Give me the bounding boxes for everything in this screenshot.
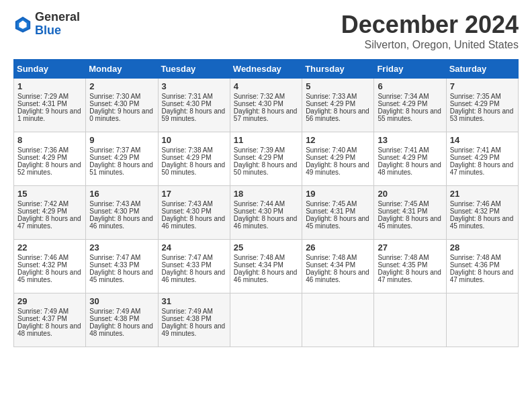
calendar-day-cell: 11Sunrise: 7:39 AMSunset: 4:29 PMDayligh… — [230, 132, 302, 186]
sunrise-text: Sunrise: 7:45 AM — [378, 200, 429, 208]
day-number: 11 — [234, 135, 298, 145]
sunset-text: Sunset: 4:30 PM — [234, 100, 283, 107]
calendar-day-cell: 15Sunrise: 7:42 AMSunset: 4:29 PMDayligh… — [14, 186, 86, 240]
sunset-text: Sunset: 4:31 PM — [378, 208, 427, 215]
calendar-body: 1Sunrise: 7:29 AMSunset: 4:31 PMDaylight… — [14, 79, 519, 347]
calendar-header-cell: Wednesday — [230, 60, 302, 79]
sunset-text: Sunset: 4:38 PM — [89, 315, 139, 322]
calendar-week-row: 29Sunrise: 7:49 AMSunset: 4:37 PMDayligh… — [14, 293, 519, 347]
sunrise-text: Sunrise: 7:39 AM — [234, 146, 285, 154]
sunrise-text: Sunrise: 7:34 AM — [378, 93, 429, 100]
header: General Blue December 2024 Silverton, Or… — [13, 11, 519, 51]
title-block: December 2024 Silverton, Oregon, United … — [341, 11, 519, 51]
day-number: 14 — [450, 135, 515, 145]
calendar-day-cell: 12Sunrise: 7:40 AMSunset: 4:29 PMDayligh… — [302, 132, 374, 186]
subtitle: Silverton, Oregon, United States — [341, 39, 519, 51]
calendar-header-cell: Saturday — [446, 60, 518, 79]
sunset-text: Sunset: 4:30 PM — [89, 208, 139, 215]
sunset-text: Sunset: 4:29 PM — [17, 208, 67, 215]
day-number: 24 — [162, 242, 226, 253]
daylight-text: Daylight: 8 hours and 45 minutes. — [17, 269, 81, 283]
sunrise-text: Sunrise: 7:43 AM — [162, 200, 213, 208]
daylight-text: Daylight: 8 hours and 47 minutes. — [378, 269, 441, 283]
calendar-day-cell: 20Sunrise: 7:45 AMSunset: 4:31 PMDayligh… — [374, 186, 446, 240]
calendar-day-cell: 25Sunrise: 7:48 AMSunset: 4:34 PMDayligh… — [230, 240, 302, 293]
calendar-header-row: SundayMondayTuesdayWednesdayThursdayFrid… — [14, 60, 519, 79]
day-number: 8 — [17, 135, 82, 145]
calendar-day-cell: 31Sunrise: 7:49 AMSunset: 4:38 PMDayligh… — [158, 293, 230, 347]
calendar-table: SundayMondayTuesdayWednesdayThursdayFrid… — [13, 59, 519, 347]
day-number: 23 — [89, 242, 154, 253]
sunrise-text: Sunrise: 7:49 AM — [89, 308, 140, 315]
day-number: 10 — [162, 135, 226, 145]
daylight-text: Daylight: 8 hours and 48 minutes. — [89, 322, 153, 337]
daylight-text: Daylight: 8 hours and 46 minutes. — [162, 215, 226, 230]
sunset-text: Sunset: 4:38 PM — [162, 315, 212, 322]
day-number: 2 — [89, 81, 154, 91]
daylight-text: Daylight: 9 hours and 1 minute. — [17, 107, 81, 122]
daylight-text: Daylight: 8 hours and 48 minutes. — [17, 322, 81, 337]
calendar-header-cell: Friday — [374, 60, 446, 79]
calendar-day-cell: 29Sunrise: 7:49 AMSunset: 4:37 PMDayligh… — [14, 293, 86, 347]
sunrise-text: Sunrise: 7:33 AM — [306, 93, 357, 100]
calendar-day-cell: 28Sunrise: 7:48 AMSunset: 4:36 PMDayligh… — [446, 240, 518, 293]
sunrise-text: Sunrise: 7:48 AM — [378, 254, 429, 261]
sunrise-text: Sunrise: 7:48 AM — [450, 254, 501, 261]
logo: General Blue — [13, 11, 80, 38]
calendar-day-cell: 23Sunrise: 7:47 AMSunset: 4:33 PMDayligh… — [86, 240, 158, 293]
sunset-text: Sunset: 4:36 PM — [450, 261, 500, 269]
calendar-day-cell: 21Sunrise: 7:46 AMSunset: 4:32 PMDayligh… — [446, 186, 518, 240]
sunset-text: Sunset: 4:31 PM — [17, 100, 67, 107]
calendar-day-cell: 1Sunrise: 7:29 AMSunset: 4:31 PMDaylight… — [14, 79, 86, 132]
daylight-text: Daylight: 8 hours and 47 minutes. — [450, 269, 514, 283]
calendar-day-cell — [302, 293, 374, 347]
sunrise-text: Sunrise: 7:37 AM — [89, 146, 140, 154]
daylight-text: Daylight: 8 hours and 56 minutes. — [306, 107, 369, 122]
sunset-text: Sunset: 4:29 PM — [162, 154, 212, 161]
daylight-text: Daylight: 8 hours and 59 minutes. — [162, 107, 226, 122]
calendar-day-cell — [446, 293, 518, 347]
daylight-text: Daylight: 8 hours and 49 minutes. — [306, 161, 369, 176]
sunrise-text: Sunrise: 7:38 AM — [162, 146, 213, 154]
sunset-text: Sunset: 4:33 PM — [89, 261, 139, 269]
daylight-text: Daylight: 8 hours and 55 minutes. — [378, 107, 441, 122]
day-number: 18 — [234, 189, 298, 199]
day-number: 12 — [306, 135, 370, 145]
sunset-text: Sunset: 4:29 PM — [89, 154, 139, 161]
calendar-week-row: 15Sunrise: 7:42 AMSunset: 4:29 PMDayligh… — [14, 186, 519, 240]
sunset-text: Sunset: 4:29 PM — [306, 154, 355, 161]
calendar-day-cell: 2Sunrise: 7:30 AMSunset: 4:30 PMDaylight… — [86, 79, 158, 132]
sunset-text: Sunset: 4:29 PM — [234, 154, 283, 161]
sunset-text: Sunset: 4:29 PM — [306, 100, 355, 107]
calendar-day-cell: 6Sunrise: 7:34 AMSunset: 4:29 PMDaylight… — [374, 79, 446, 132]
calendar-day-cell: 19Sunrise: 7:45 AMSunset: 4:31 PMDayligh… — [302, 186, 374, 240]
daylight-text: Daylight: 8 hours and 46 minutes. — [89, 215, 153, 230]
daylight-text: Daylight: 8 hours and 50 minutes. — [234, 161, 298, 176]
sunrise-text: Sunrise: 7:49 AM — [162, 308, 213, 315]
calendar-day-cell: 10Sunrise: 7:38 AMSunset: 4:29 PMDayligh… — [158, 132, 230, 186]
daylight-text: Daylight: 8 hours and 48 minutes. — [378, 161, 441, 176]
calendar-header-cell: Tuesday — [158, 60, 230, 79]
daylight-text: Daylight: 8 hours and 52 minutes. — [17, 161, 81, 176]
sunset-text: Sunset: 4:32 PM — [17, 261, 67, 269]
sunrise-text: Sunrise: 7:40 AM — [306, 146, 357, 154]
day-number: 27 — [378, 242, 442, 253]
daylight-text: Daylight: 8 hours and 45 minutes. — [378, 215, 441, 230]
calendar-day-cell: 14Sunrise: 7:41 AMSunset: 4:29 PMDayligh… — [446, 132, 518, 186]
sunrise-text: Sunrise: 7:30 AM — [89, 93, 140, 100]
day-number: 15 — [17, 189, 82, 199]
daylight-text: Daylight: 9 hours and 0 minutes. — [89, 107, 153, 122]
day-number: 17 — [162, 189, 226, 199]
day-number: 13 — [378, 135, 442, 145]
sunset-text: Sunset: 4:34 PM — [234, 261, 283, 269]
sunset-text: Sunset: 4:29 PM — [450, 154, 500, 161]
day-number: 1 — [17, 81, 82, 91]
sunrise-text: Sunrise: 7:45 AM — [306, 200, 357, 208]
sunset-text: Sunset: 4:34 PM — [306, 261, 355, 269]
main-title: December 2024 — [341, 11, 519, 39]
sunrise-text: Sunrise: 7:35 AM — [450, 93, 501, 100]
sunset-text: Sunset: 4:29 PM — [450, 100, 500, 107]
daylight-text: Daylight: 8 hours and 51 minutes. — [89, 161, 153, 176]
calendar-day-cell: 26Sunrise: 7:48 AMSunset: 4:34 PMDayligh… — [302, 240, 374, 293]
day-number: 16 — [89, 189, 154, 199]
